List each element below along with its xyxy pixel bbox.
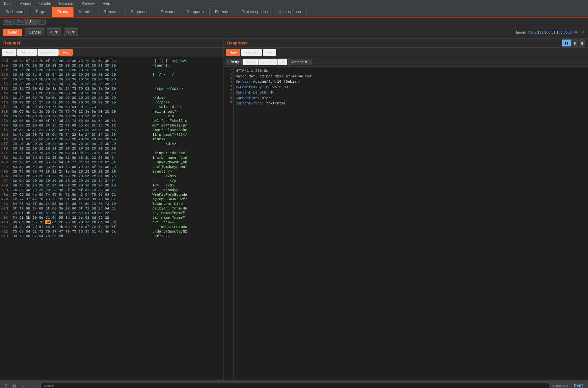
- tab-intruder[interactable]: Intruder: [74, 7, 98, 17]
- hex-byte: 20: [78, 114, 84, 118]
- hex-byte: 7c: [32, 73, 38, 77]
- hex-byte: 2f: [18, 96, 24, 100]
- target-url: http://192.168.51.133:8080: [528, 30, 572, 34]
- actions-button[interactable]: Actions ▼: [288, 59, 311, 65]
- resp-tab-hex[interactable]: Hex: [263, 49, 277, 56]
- tab-decoder[interactable]: Decoder: [155, 7, 181, 17]
- request-tab-1[interactable]: 1 ×: [3, 19, 14, 25]
- request-tab-3[interactable]: 3 ×: [26, 19, 38, 25]
- hex-byte: 3d: [84, 160, 90, 164]
- hex-byte: 22: [71, 216, 77, 220]
- hex-byte: 3c: [71, 59, 77, 63]
- req-tab-headers[interactable]: Headers: [38, 49, 59, 56]
- hex-byte: 6e: [91, 87, 97, 91]
- hex-byte: 20: [51, 68, 57, 72]
- help-target-icon[interactable]: ?: [581, 30, 585, 35]
- hex-byte: 20: [84, 183, 90, 187]
- hex-byte: 6c: [91, 124, 97, 127]
- resp-render-tab[interactable]: Render: [258, 59, 278, 65]
- nav-back-icon[interactable]: ←: [21, 383, 28, 388]
- menu-help[interactable]: Help: [101, 1, 112, 6]
- menu-repeater[interactable]: Repeater: [58, 1, 75, 6]
- hex-byte: 0a: [104, 87, 110, 91]
- hex-bytes: 20202020202020202020202020202020: [12, 68, 150, 72]
- settings-icon[interactable]: ⚙: [11, 383, 18, 388]
- hex-byte: 20: [111, 170, 117, 174]
- hex-byte: 43: [45, 165, 51, 169]
- request-tab-2[interactable]: 2 ×: [14, 19, 26, 25]
- hex-byte: 2d: [18, 156, 24, 160]
- hex-byte: 64: [111, 179, 117, 183]
- tab-target[interactable]: Target: [30, 7, 52, 17]
- hex-byte: 72: [84, 207, 90, 210]
- view-response-btn[interactable]: ▮: [579, 40, 585, 46]
- hex-byte: 20: [65, 147, 70, 151]
- menu-project[interactable]: Project: [18, 1, 32, 6]
- nav-next-button[interactable]: > |▼: [64, 28, 78, 36]
- menu-intruder[interactable]: Intruder: [38, 1, 53, 6]
- hex-byte: 20: [32, 68, 38, 72]
- tab-extender[interactable]: Extender: [210, 7, 236, 17]
- menu-burp[interactable]: Burp: [3, 1, 13, 6]
- close-tab-2-icon[interactable]: ×: [21, 20, 23, 24]
- req-tab-raw[interactable]: Raw: [2, 49, 16, 56]
- main-tab-bar: Dashboard Target Proxy Intruder Repeater…: [0, 7, 588, 17]
- tab-project-options[interactable]: Project options: [236, 7, 273, 17]
- tab-proxy[interactable]: Proxy: [52, 7, 74, 17]
- hex-byte: 3c: [45, 183, 51, 187]
- hex-byte: 65: [45, 160, 51, 164]
- hex-byte: 5f: [97, 160, 103, 164]
- resp-pretty-tab[interactable]: Pretty: [226, 59, 243, 65]
- tab-comparer[interactable]: Comparer: [181, 7, 210, 17]
- newline-btn[interactable]: \n: [278, 59, 287, 65]
- hex-byte: 63: [111, 119, 117, 123]
- resp-raw-tab[interactable]: Raw: [243, 59, 258, 65]
- menu-window[interactable]: Window: [81, 1, 96, 6]
- hex-row: 4100a0d0a6576696c2e7068702d2d0d0d0devil.…: [0, 220, 224, 225]
- hex-content[interactable]: 3ed207c5f7c7c5f7c20203c7370616e3e3c |_||…: [0, 57, 224, 380]
- hex-byte: 65: [58, 211, 64, 215]
- req-tab-hex[interactable]: Hex: [59, 49, 73, 56]
- hex-byte: 20: [84, 68, 90, 72]
- hex-row: 3f02020207c5f5f5f202020202020202020|__/ …: [0, 72, 224, 77]
- hex-address: 401: [1, 151, 12, 155]
- req-tab-params[interactable]: Params: [17, 49, 37, 56]
- hex-byte: 3c: [32, 100, 38, 104]
- cancel-button[interactable]: Cancel: [25, 28, 44, 36]
- tab-dashboard[interactable]: Dashboard: [0, 7, 30, 17]
- tab-sequencer[interactable]: Sequencer: [125, 7, 155, 17]
- nav-forward-icon[interactable]: →: [31, 383, 38, 388]
- hex-byte: 6e: [51, 207, 57, 210]
- hex-byte: 69: [32, 96, 38, 100]
- hex-byte: 20: [104, 73, 110, 77]
- nav-prev-button[interactable]: < |▼: [47, 28, 61, 36]
- search-input[interactable]: [40, 383, 549, 388]
- hex-bytes: 20202020202020202020203c2f646976: [12, 174, 150, 178]
- resp-tab-headers[interactable]: Headers: [241, 49, 262, 56]
- resp-tab-raw[interactable]: Raw: [226, 49, 240, 56]
- hex-byte: 20: [104, 77, 110, 81]
- hex-bytes: 20202020202020202020203c6c61: [12, 114, 150, 118]
- hex-byte: 3e: [51, 87, 57, 91]
- help-icon[interactable]: ?: [3, 383, 9, 388]
- hex-byte: 20: [65, 114, 70, 118]
- send-button[interactable]: Send: [3, 29, 22, 36]
- close-tab-3-icon[interactable]: ×: [33, 20, 35, 24]
- hex-row: 40d6f736974696f6e3a20666f726d2d6461ositi…: [0, 206, 224, 211]
- view-split-btn[interactable]: ▮▮: [562, 40, 571, 46]
- hex-address: 40f: [1, 216, 12, 220]
- hex-byte: 69: [45, 105, 51, 109]
- tab-user-options[interactable]: User options: [273, 7, 306, 17]
- more-tabs-button[interactable]: ...: [38, 19, 46, 25]
- hex-byte: 37: [111, 197, 117, 201]
- close-tab-1-icon[interactable]: ×: [9, 20, 11, 24]
- edit-target-icon[interactable]: ✏: [574, 30, 579, 35]
- hex-ascii: v> </body>: [150, 188, 222, 192]
- hex-byte: 72: [65, 193, 70, 197]
- view-request-btn[interactable]: ▮: [572, 40, 578, 46]
- hex-address: 3f0: [1, 73, 12, 77]
- chevron-down-icon: ▼: [304, 60, 308, 64]
- hex-byte: 20: [111, 82, 117, 86]
- hex-byte: 64: [25, 230, 31, 234]
- tab-repeater[interactable]: Repeater: [98, 7, 125, 17]
